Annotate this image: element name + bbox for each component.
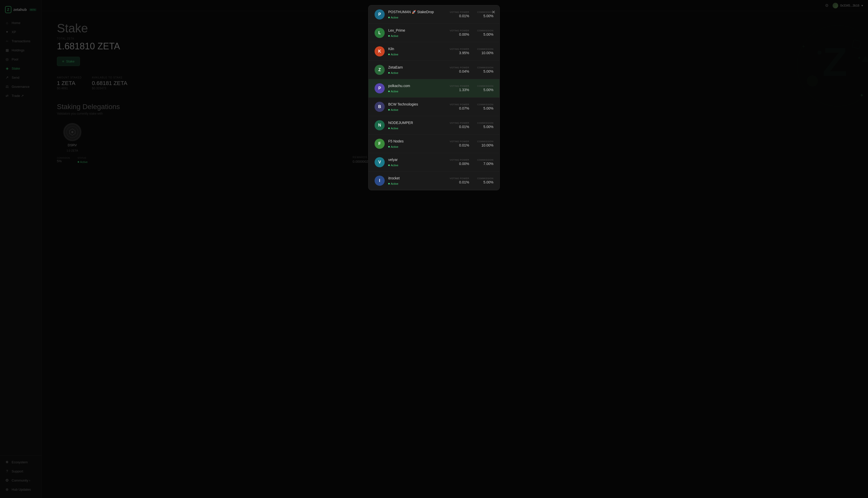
validator-avatar: Z	[375, 65, 385, 75]
validator-status: Active	[388, 16, 398, 19]
validator-status: Active	[388, 145, 398, 148]
validator-info: F5 Nodes Active	[388, 139, 434, 148]
validator-row[interactable]: Z ZetaEarn Active VOTING POWER 0.04% COM…	[369, 61, 434, 79]
validator-status: Active	[388, 35, 398, 37]
validator-avatar: N	[375, 120, 385, 130]
validator-name: velyar	[388, 158, 434, 162]
validator-avatar: F	[375, 139, 385, 149]
validator-info: itrocket Active	[388, 176, 434, 185]
validator-row[interactable]: F F5 Nodes Active VOTING POWER 0.01% COM…	[369, 135, 434, 153]
validator-row[interactable]: K Kiln Active VOTING POWER 3.95% COMMISS…	[369, 42, 434, 61]
validator-avatar: P	[375, 9, 385, 19]
validator-row[interactable]: I itrocket Active VOTING POWER 0.01% COM…	[369, 172, 434, 190]
validator-status: Active	[388, 71, 398, 75]
validator-list: P POSTHUMAN 🚀 StakeDrop Active VOTING PO…	[369, 5, 434, 190]
validator-status: Active	[388, 164, 398, 167]
validator-avatar: B	[375, 102, 385, 112]
validator-info: NODEJUMPER Active	[388, 121, 434, 130]
validator-row[interactable]: P POSTHUMAN 🚀 StakeDrop Active VOTING PO…	[369, 5, 434, 24]
validator-status: Active	[388, 108, 398, 112]
validator-info: Kiln Active	[388, 47, 434, 56]
validator-modal: ✕ P POSTHUMAN 🚀 StakeDrop Active VOTING …	[368, 5, 434, 190]
validator-avatar: K	[375, 46, 385, 56]
validator-row[interactable]: B BCW Technologies Active VOTING POWER 0…	[369, 98, 434, 116]
validator-name: BCW Technologies	[388, 102, 434, 106]
validator-row[interactable]: N NODEJUMPER Active VOTING POWER 0.01% C…	[369, 116, 434, 135]
validator-info: velyar Active	[388, 158, 434, 167]
validator-avatar: L	[375, 28, 385, 38]
validator-status: Active	[388, 127, 398, 130]
validator-status: Active	[388, 90, 398, 93]
modal-overlay[interactable]: ✕ P POSTHUMAN 🚀 StakeDrop Active VOTING …	[0, 0, 434, 249]
validator-name: POSTHUMAN 🚀 StakeDrop	[388, 10, 434, 14]
validator-status: Active	[388, 182, 398, 185]
validator-row[interactable]: L Lex_Prime Active VOTING POWER 0.00% CO…	[369, 24, 434, 42]
validator-avatar: I	[375, 175, 385, 186]
validator-name: Kiln	[388, 47, 434, 51]
validator-avatar: P	[375, 83, 385, 93]
validator-info: ZetaEarn Active	[388, 65, 434, 75]
validator-status: Active	[388, 53, 398, 56]
validator-row[interactable]: P polkachu.com Active VOTING POWER 1.33%…	[369, 79, 434, 98]
validator-name: Lex_Prime	[388, 28, 434, 32]
validator-name: itrocket	[388, 176, 434, 180]
validator-name: ZetaEarn	[388, 65, 434, 69]
validator-name: polkachu.com	[388, 84, 434, 88]
validator-info: BCW Technologies Active	[388, 102, 434, 112]
validator-info: Lex_Prime Active	[388, 28, 434, 38]
validator-avatar: V	[375, 157, 385, 167]
validator-name: F5 Nodes	[388, 139, 434, 143]
validator-info: POSTHUMAN 🚀 StakeDrop Active	[388, 10, 434, 19]
validator-row[interactable]: V velyar Active VOTING POWER 0.00% COMMI…	[369, 153, 434, 172]
validator-name: NODEJUMPER	[388, 121, 434, 125]
validator-info: polkachu.com Active	[388, 84, 434, 93]
